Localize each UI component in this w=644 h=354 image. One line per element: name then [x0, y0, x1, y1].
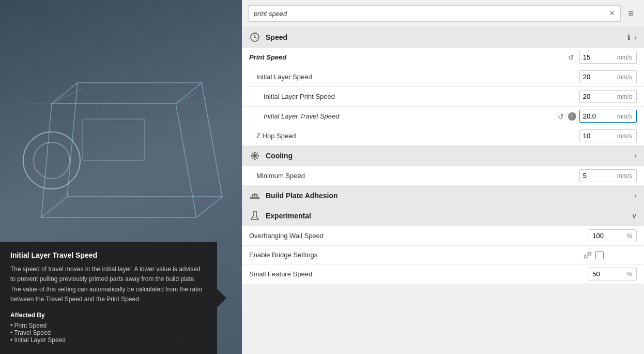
- initial-layer-speed-input-wrap[interactable]: mm/s: [579, 70, 637, 83]
- link-icon[interactable]: [583, 250, 592, 260]
- svg-point-23: [254, 155, 256, 157]
- z-hop-speed-unit: mm/s: [616, 130, 636, 142]
- initial-layer-speed-unit: mm/s: [616, 71, 636, 83]
- cooling-section-title: Cooling: [266, 152, 634, 160]
- speed-section-title: Speed: [266, 33, 627, 41]
- tooltip-affected-list: Print Speed Travel Speed Initial Layer S…: [10, 322, 207, 344]
- initial-layer-travel-speed-label: Initial Layer Travel Speed: [264, 112, 556, 120]
- initial-layer-print-speed-unit: mm/s: [616, 91, 636, 102]
- print-speed-row: Print Speed ↺ mm/s: [242, 48, 644, 67]
- experimental-section-title: Experimental: [266, 212, 632, 220]
- speed-info-icon[interactable]: ℹ: [627, 33, 630, 41]
- initial-layer-travel-speed-row: Initial Layer Travel Speed ↺ f mm/s: [242, 107, 644, 126]
- overhanging-wall-speed-input[interactable]: [589, 230, 625, 242]
- minimum-speed-label: Minimum Speed: [256, 172, 579, 180]
- minimum-speed-input[interactable]: [580, 170, 616, 182]
- search-clear-button[interactable]: ×: [608, 9, 615, 18]
- svg-marker-2: [41, 197, 222, 217]
- overhanging-wall-speed-label: Overhanging Wall Speed: [249, 232, 589, 240]
- svg-rect-10: [83, 119, 145, 160]
- overhanging-wall-speed-unit: %: [625, 230, 636, 242]
- settings-list: Speed ℹ ‹ Print Speed ↺ mm/s Initial Lay…: [242, 27, 644, 354]
- build-plate-section-title: Build Plate Adhesion: [266, 191, 634, 200]
- minimum-speed-input-wrap[interactable]: mm/s: [579, 169, 637, 182]
- print-speed-input[interactable]: [580, 51, 616, 63]
- initial-layer-print-speed-label: Initial Layer Print Speed: [264, 93, 579, 100]
- overhanging-wall-speed-input-wrap[interactable]: %: [589, 229, 637, 242]
- initial-layer-travel-speed-unit: mm/s: [616, 111, 636, 122]
- search-input-wrapper[interactable]: ×: [248, 5, 621, 22]
- svg-line-9: [176, 93, 196, 104]
- svg-point-11: [23, 132, 80, 189]
- tooltip-affected-label: Affected By: [10, 312, 207, 319]
- svg-rect-32: [251, 197, 259, 199]
- speed-section-header: Speed ℹ ‹: [242, 27, 644, 48]
- enable-bridge-settings-actions: [583, 250, 592, 260]
- enable-bridge-settings-checkbox-wrap[interactable]: [595, 251, 637, 259]
- minimum-speed-row: Minimum Speed mm/s: [242, 166, 644, 186]
- 3d-viewport: Initial Layer Travel Speed The speed of …: [0, 0, 242, 354]
- initial-layer-travel-speed-input-wrap[interactable]: mm/s: [579, 110, 637, 123]
- build-plate-section-icon: [249, 190, 260, 201]
- tooltip-title: Initial Layer Travel Speed: [10, 251, 207, 259]
- initial-layer-print-speed-input[interactable]: [580, 91, 616, 102]
- tooltip-body: The speed of travel moves in the initial…: [10, 264, 207, 304]
- svg-marker-3: [52, 83, 202, 104]
- search-bar: × ≡: [242, 0, 644, 27]
- initial-layer-travel-speed-reset-button[interactable]: ↺: [556, 111, 566, 122]
- speed-section-icon: [249, 32, 260, 43]
- experimental-section-header: Experimental ∨: [242, 206, 644, 226]
- minimum-speed-unit: mm/s: [616, 170, 636, 182]
- build-plate-chevron-icon[interactable]: ‹: [634, 191, 637, 200]
- z-hop-speed-label: Z Hop Speed: [256, 132, 579, 140]
- initial-layer-print-speed-row: Initial Layer Print Speed mm/s: [242, 87, 644, 107]
- overhanging-wall-speed-row: Overhanging Wall Speed %: [242, 226, 644, 246]
- initial-layer-travel-speed-input[interactable]: [580, 110, 616, 122]
- z-hop-speed-input-wrap[interactable]: mm/s: [579, 129, 637, 142]
- initial-layer-travel-speed-info-badge[interactable]: f: [568, 112, 576, 121]
- initial-layer-print-speed-input-wrap[interactable]: mm/s: [579, 90, 637, 103]
- cooling-section-icon: [249, 150, 260, 161]
- tooltip-panel: Initial Layer Travel Speed The speed of …: [0, 242, 217, 354]
- small-feature-speed-label: Small Feature Speed: [249, 270, 589, 278]
- hamburger-menu-button[interactable]: ≡: [624, 6, 638, 21]
- print-speed-input-wrap[interactable]: mm/s: [579, 51, 637, 64]
- search-input[interactable]: [254, 10, 608, 18]
- tooltip-list-item: Initial Layer Speed: [10, 336, 207, 344]
- print-speed-unit: mm/s: [616, 52, 636, 63]
- cooling-section-header: Cooling ‹: [242, 146, 644, 166]
- initial-layer-speed-row: Initial Layer Speed mm/s: [242, 67, 644, 87]
- enable-bridge-settings-row: Enable Bridge Settings: [242, 246, 644, 264]
- build-plate-section-header: Build Plate Adhesion ‹: [242, 186, 644, 206]
- print-speed-label: Print Speed: [249, 53, 566, 61]
- print-speed-reset-button[interactable]: ↺: [566, 52, 576, 63]
- small-feature-speed-row: Small Feature Speed %: [242, 264, 644, 284]
- svg-line-8: [52, 88, 83, 104]
- svg-line-16: [255, 37, 256, 38]
- svg-line-5: [176, 104, 196, 217]
- svg-line-6: [202, 83, 222, 197]
- small-feature-speed-input[interactable]: [589, 268, 625, 280]
- experimental-chevron-icon[interactable]: ∨: [632, 212, 637, 220]
- tooltip-arrow: [217, 289, 226, 307]
- svg-point-12: [34, 142, 70, 179]
- experimental-section-icon: [249, 210, 260, 222]
- tooltip-list-item: Travel Speed: [10, 329, 207, 336]
- speed-chevron-icon[interactable]: ‹: [634, 33, 637, 41]
- svg-line-4: [41, 104, 52, 217]
- print-speed-actions: ↺: [566, 52, 576, 63]
- tooltip-list-item: Print Speed: [10, 322, 207, 329]
- cooling-chevron-icon[interactable]: ‹: [634, 152, 637, 160]
- settings-panel: × ≡ Speed ℹ ‹ Print Speed: [242, 0, 644, 354]
- z-hop-speed-input[interactable]: [580, 130, 616, 142]
- initial-layer-speed-label: Initial Layer Speed: [256, 73, 579, 81]
- small-feature-speed-input-wrap[interactable]: %: [589, 268, 637, 281]
- small-feature-speed-unit: %: [625, 269, 636, 280]
- enable-bridge-settings-checkbox[interactable]: [595, 251, 604, 259]
- z-hop-speed-row: Z Hop Speed mm/s: [242, 126, 644, 146]
- enable-bridge-settings-label: Enable Bridge Settings: [249, 251, 583, 259]
- initial-layer-speed-input[interactable]: [580, 71, 616, 83]
- initial-layer-travel-speed-actions: ↺ f: [556, 111, 576, 122]
